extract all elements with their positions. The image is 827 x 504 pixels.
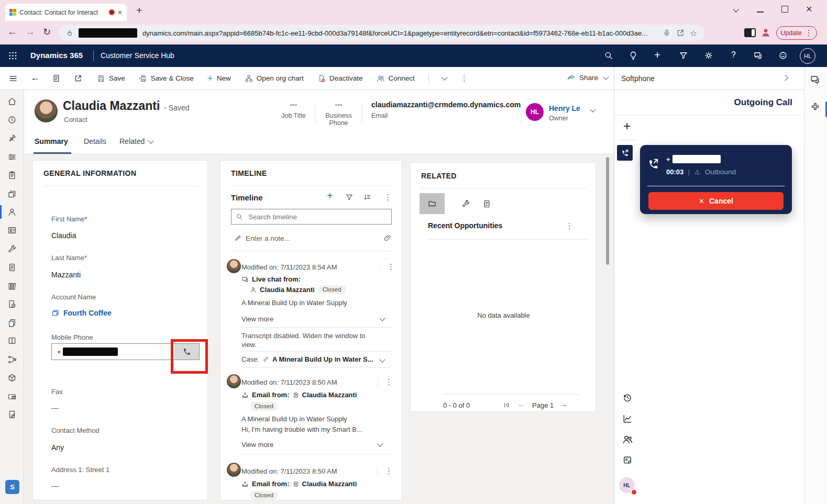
app-name[interactable]: Customer Service Hub: [101, 51, 174, 60]
refresh-icon[interactable]: ↻: [43, 26, 51, 38]
next-page-icon[interactable]: →: [559, 399, 567, 408]
sidebar-item-queues-icon[interactable]: [7, 263, 17, 272]
view-more-chevron-icon[interactable]: [379, 315, 385, 321]
connect-button[interactable]: Connect: [377, 74, 415, 83]
more-commands-icon[interactable]: ⋮: [460, 74, 468, 83]
help-icon[interactable]: ?: [731, 50, 736, 60]
timeline-filter-icon[interactable]: [345, 193, 354, 201]
previous-page-icon[interactable]: ←: [517, 399, 525, 408]
sidebar-item-pinned-icon[interactable]: [7, 133, 17, 143]
settings-gear-icon[interactable]: [704, 51, 713, 60]
job-title-value[interactable]: ---: [272, 100, 315, 109]
search-icon[interactable]: [604, 51, 613, 60]
entry-person[interactable]: Claudia Mazzanti: [260, 286, 315, 294]
fax-value[interactable]: ---: [51, 404, 59, 412]
sidebar-item-cases-icon[interactable]: [7, 244, 17, 254]
address-bar[interactable]: dynamics.com/main.aspx?appid=6685b74b-fc…: [59, 25, 704, 41]
hamburger-icon[interactable]: [8, 74, 18, 83]
timeline-add-icon[interactable]: +: [327, 190, 333, 202]
notes-icon[interactable]: [622, 455, 633, 465]
new-button[interactable]: +New: [207, 74, 231, 82]
related-tab-cases-icon[interactable]: [461, 199, 470, 208]
sidebar-item-accounts-icon[interactable]: [7, 189, 17, 199]
note-input[interactable]: Enter a note...: [246, 234, 290, 242]
contact-photo-avatar[interactable]: [35, 99, 58, 122]
browser-update-button[interactable]: Update ⋮: [776, 26, 817, 40]
record-set-icon[interactable]: [52, 74, 61, 83]
account-name-link[interactable]: Fourth Coffee: [51, 309, 112, 317]
analytics-chart-icon[interactable]: [622, 413, 633, 424]
sidebar-item-recent-icon[interactable]: [7, 115, 17, 125]
content-scrollbar[interactable]: [606, 157, 609, 265]
window-maximize-icon[interactable]: [781, 6, 788, 13]
share-button[interactable]: Share: [567, 73, 608, 82]
back-nav-icon[interactable]: ←: [30, 72, 40, 83]
tab-details[interactable]: Details: [84, 137, 106, 145]
sidebar-item-products-icon[interactable]: [7, 373, 17, 383]
user-avatar[interactable]: HL: [800, 48, 815, 64]
split-screen-icon[interactable]: [744, 28, 756, 37]
timeline-more-icon[interactable]: ⋮: [384, 193, 392, 202]
call-history-icon[interactable]: [622, 393, 633, 403]
sidebar-item-dashboards-icon[interactable]: [7, 152, 17, 162]
sidebar-item-contacts-icon[interactable]: [7, 207, 17, 217]
browser-tab[interactable]: Contact: Contact for Interact ✕: [5, 4, 127, 21]
window-minimize-icon[interactable]: [757, 12, 764, 13]
window-menu-chevron-icon[interactable]: [733, 6, 738, 12]
connect-chevron-icon[interactable]: [442, 74, 447, 80]
header-expand-chevron-icon[interactable]: [590, 106, 596, 112]
sidebar-item-knowledge-search-icon[interactable]: [7, 336, 17, 345]
view-more-link[interactable]: View more: [241, 315, 273, 323]
related-tab-opportunities[interactable]: [420, 193, 445, 214]
email-value[interactable]: claudiamazzanti@crmdemo.dynamics.com: [371, 100, 521, 109]
save-button[interactable]: Save: [97, 74, 125, 83]
entry-more-icon[interactable]: ⋮: [379, 262, 395, 272]
attachment-paperclip-icon[interactable]: [384, 234, 392, 242]
suggestions-bulb-icon[interactable]: [628, 51, 638, 60]
sidebar-item-drafts-icon[interactable]: [7, 410, 17, 419]
address1-street1-value[interactable]: ---: [51, 482, 59, 490]
timeline-search-box[interactable]: [231, 209, 392, 225]
case-title[interactable]: A Mineral Build Up in Water S...: [272, 355, 373, 363]
app-switcher-tile[interactable]: S: [5, 480, 19, 494]
first-name-value[interactable]: Claudia: [51, 231, 76, 240]
active-call-tab[interactable]: [617, 145, 633, 161]
apps-puzzle-icon[interactable]: [810, 102, 820, 111]
filter-icon[interactable]: [679, 51, 688, 60]
deactivate-button[interactable]: Deactivate: [317, 74, 363, 83]
timeline-search-input[interactable]: [247, 212, 387, 221]
tab-summary[interactable]: Summary: [35, 137, 68, 145]
entry-subject[interactable]: A Mineral Build Up in Water Supply: [241, 299, 347, 307]
conversations-chat-icon[interactable]: [810, 74, 820, 85]
sidebar-item-social-profiles-icon[interactable]: [7, 226, 17, 235]
sidebar-item-home-icon[interactable]: [7, 97, 17, 106]
save-close-button[interactable]: Save & Close: [139, 74, 194, 83]
waffle-icon[interactable]: [8, 51, 18, 61]
last-name-value[interactable]: Mazzanti: [51, 271, 81, 279]
view-more-link[interactable]: View more: [241, 441, 273, 449]
contacts-people-icon[interactable]: [622, 434, 633, 445]
back-icon[interactable]: ←: [7, 26, 17, 38]
entry-more-icon[interactable]: ⋮: [377, 377, 393, 387]
owner-avatar[interactable]: HL: [526, 103, 544, 121]
window-close-icon[interactable]: ✕: [806, 4, 812, 14]
timeline-sort-icon[interactable]: [363, 193, 371, 201]
sidebar-item-email-templates-icon[interactable]: [7, 392, 17, 401]
open-org-chart-button[interactable]: Open org chart: [245, 74, 304, 83]
owner-name[interactable]: Henry Le: [549, 104, 580, 113]
sidebar-item-article-templates-icon[interactable]: [7, 318, 17, 328]
tab-close-icon[interactable]: ✕: [117, 9, 123, 16]
first-page-icon[interactable]: [503, 401, 510, 409]
add-call-plus-icon[interactable]: +: [623, 119, 631, 133]
update-menu-dots-icon[interactable]: ⋮: [805, 28, 813, 38]
entry-person[interactable]: Claudia Mazzanti: [302, 480, 357, 488]
business-phone-value[interactable]: ---: [315, 100, 362, 109]
sidebar-item-flows-icon[interactable]: [7, 355, 17, 364]
contact-method-value[interactable]: Any: [51, 443, 64, 452]
feedback-chat-icon[interactable]: [753, 51, 763, 60]
popout-icon[interactable]: [74, 74, 82, 83]
sidebar-item-knowledge-articles-icon[interactable]: [7, 282, 17, 291]
favorite-star-icon[interactable]: ☆: [690, 28, 697, 38]
cancel-call-button[interactable]: ✕ Cancel: [648, 192, 784, 210]
related-tab-entitlements-icon[interactable]: [482, 199, 491, 208]
